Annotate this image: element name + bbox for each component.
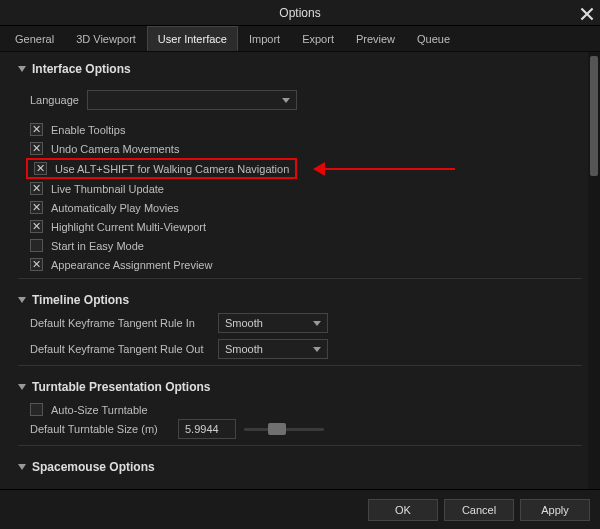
dialog-title: Options [279, 6, 320, 20]
checkbox-icon: ✕ [34, 162, 47, 175]
tab-user-interface[interactable]: User Interface [147, 26, 238, 51]
check-label: Highlight Current Multi-Viewport [51, 221, 206, 233]
check-label: Enable Tooltips [51, 124, 125, 136]
dialog-body: Interface Options Language ✕ Enable Tool… [0, 52, 600, 489]
check-highlight-multi[interactable]: ✕ Highlight Current Multi-Viewport [30, 217, 582, 236]
turntable-size-value: 5.9944 [185, 423, 219, 435]
section-title: Turntable Presentation Options [32, 380, 210, 394]
chevron-down-icon [18, 384, 26, 390]
options-dialog: Options General3D ViewportUser Interface… [0, 0, 600, 529]
tangent-in-value: Smooth [225, 317, 263, 329]
tangent-out-label: Default Keyframe Tangent Rule Out [30, 343, 210, 355]
checkbox-icon: ✕ [30, 142, 43, 155]
slider-handle[interactable] [268, 423, 286, 435]
cancel-button[interactable]: Cancel [444, 499, 514, 521]
checkbox-icon: ✕ [30, 239, 43, 252]
tab-3d-viewport[interactable]: 3D Viewport [65, 26, 147, 51]
highlight-annotation: ✕ Use ALT+SHIFT for Walking Camera Navig… [26, 158, 297, 179]
apply-button[interactable]: Apply [520, 499, 590, 521]
chevron-down-icon [313, 347, 321, 352]
section-header-timeline[interactable]: Timeline Options [18, 287, 582, 313]
scrollbar-thumb[interactable] [590, 56, 598, 176]
chevron-down-icon [313, 321, 321, 326]
arrow-annotation [305, 163, 455, 175]
tab-import[interactable]: Import [238, 26, 291, 51]
turntable-size-input[interactable]: 5.9944 [178, 419, 236, 439]
checkbox-icon: ✕ [30, 403, 43, 416]
section-body-turntable: ✕ Auto-Size Turntable Default Turntable … [26, 400, 582, 439]
checkbox-icon: ✕ [30, 220, 43, 233]
section-interface: Interface Options Language ✕ Enable Tool… [18, 56, 582, 279]
chevron-down-icon [18, 297, 26, 303]
dialog-footer: OK Cancel Apply [0, 489, 600, 529]
check-auto-play-movies[interactable]: ✕ Automatically Play Movies [30, 198, 582, 217]
scroll-area: Interface Options Language ✕ Enable Tool… [0, 52, 588, 489]
section-header-turntable[interactable]: Turntable Presentation Options [18, 374, 582, 400]
tangent-in-label: Default Keyframe Tangent Rule In [30, 317, 210, 329]
tab-queue[interactable]: Queue [406, 26, 461, 51]
check-label: Appearance Assignment Preview [51, 259, 212, 271]
check-enable-tooltips[interactable]: ✕ Enable Tooltips [30, 120, 582, 139]
section-timeline: Timeline Options Default Keyframe Tangen… [18, 287, 582, 366]
section-title: Timeline Options [32, 293, 129, 307]
ok-button[interactable]: OK [368, 499, 438, 521]
check-label: Use ALT+SHIFT for Walking Camera Navigat… [55, 163, 289, 175]
section-body-timeline: Default Keyframe Tangent Rule In Smooth … [26, 313, 582, 359]
language-label: Language [30, 94, 79, 106]
language-dropdown[interactable] [87, 90, 297, 110]
check-label: Undo Camera Movements [51, 143, 179, 155]
turntable-size-slider[interactable] [244, 421, 324, 437]
check-auto-size-turntable[interactable]: ✕ Auto-Size Turntable [30, 400, 582, 419]
tab-general[interactable]: General [4, 26, 65, 51]
check-label: Start in Easy Mode [51, 240, 144, 252]
tab-preview[interactable]: Preview [345, 26, 406, 51]
section-header-interface[interactable]: Interface Options [18, 56, 582, 82]
scrollbar[interactable] [588, 52, 600, 489]
check-appearance-assign[interactable]: ✕ Appearance Assignment Preview [30, 255, 582, 274]
check-label: Live Thumbnail Update [51, 183, 164, 195]
checkbox-icon: ✕ [30, 201, 43, 214]
checkbox-icon: ✕ [30, 123, 43, 136]
chevron-down-icon [18, 66, 26, 72]
section-title: Spacemouse Options [32, 460, 155, 474]
titlebar: Options [0, 0, 600, 26]
tab-bar: General3D ViewportUser InterfaceImportEx… [0, 26, 600, 52]
checkbox-icon: ✕ [30, 258, 43, 271]
tangent-out-value: Smooth [225, 343, 263, 355]
turntable-size-label: Default Turntable Size (m) [30, 423, 170, 435]
section-title: Interface Options [32, 62, 131, 76]
check-live-thumb[interactable]: ✕ Live Thumbnail Update [30, 179, 582, 198]
section-turntable: Turntable Presentation Options ✕ Auto-Si… [18, 374, 582, 446]
close-icon[interactable] [580, 4, 594, 18]
section-body-interface: Language ✕ Enable Tooltips ✕ Undo Camera… [26, 90, 582, 274]
check-alt-shift-walk[interactable]: ✕ Use ALT+SHIFT for Walking Camera Navig… [28, 158, 582, 179]
tab-export[interactable]: Export [291, 26, 345, 51]
check-label: Auto-Size Turntable [51, 404, 148, 416]
checkbox-icon: ✕ [30, 182, 43, 195]
chevron-down-icon [282, 98, 290, 103]
check-start-easy[interactable]: ✕ Start in Easy Mode [30, 236, 582, 255]
chevron-down-icon [18, 464, 26, 470]
check-label: Automatically Play Movies [51, 202, 179, 214]
tangent-out-dropdown[interactable]: Smooth [218, 339, 328, 359]
check-undo-camera[interactable]: ✕ Undo Camera Movements [30, 139, 582, 158]
section-spacemouse: Spacemouse Options [18, 454, 582, 480]
tangent-in-dropdown[interactable]: Smooth [218, 313, 328, 333]
section-header-spacemouse[interactable]: Spacemouse Options [18, 454, 582, 480]
